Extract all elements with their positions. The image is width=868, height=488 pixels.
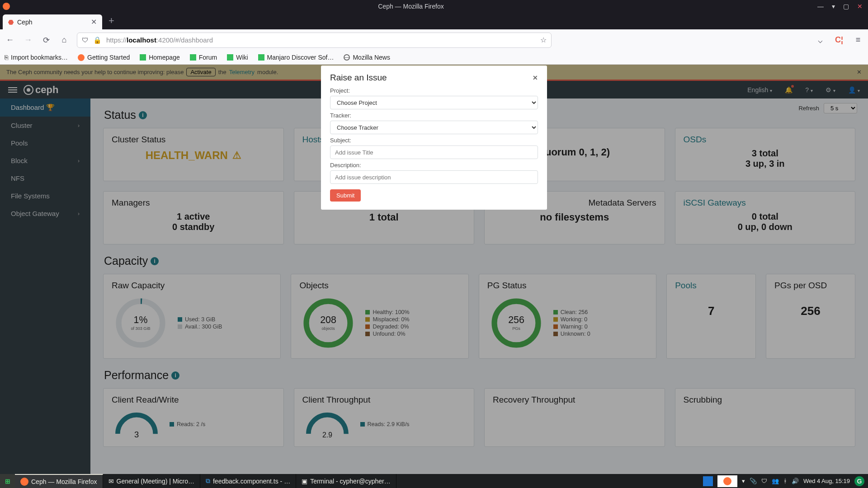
- bookmark-getting-started[interactable]: Getting Started: [78, 54, 130, 61]
- bookmark-wiki[interactable]: Wiki: [227, 54, 248, 61]
- url-bar[interactable]: 🛡 🔒 https://localhost:4200/#/dashboard ☆: [77, 33, 552, 48]
- bluetooth-icon[interactable]: ᚼ: [783, 478, 787, 484]
- ceph-favicon-icon: ⬣: [8, 19, 14, 26]
- window-titlebar: Ceph — Mozilla Firefox — ▾ ▢ ✕: [0, 0, 868, 12]
- app-menu-button[interactable]: ≡: [853, 35, 863, 46]
- launcher-button[interactable]: ⊞: [0, 474, 15, 488]
- volume-icon[interactable]: 🔊: [792, 478, 799, 484]
- firefox-icon: [78, 54, 85, 61]
- firefox-icon: [20, 478, 28, 486]
- subject-input[interactable]: [330, 145, 538, 159]
- import-icon: ⎘: [5, 54, 8, 61]
- firefox-window: Ceph — Mozilla Firefox — ▾ ▢ ✕ ⬣ Ceph ✕ …: [0, 0, 868, 474]
- page: The Ceph community needs your help to co…: [0, 65, 868, 474]
- manjaro-icon: [140, 54, 146, 61]
- project-select[interactable]: Choose Project: [330, 96, 538, 109]
- url-text: https://localhost:4200/#/dashboard: [106, 36, 213, 44]
- tab-strip: ⬣ Ceph ✕ +: [0, 12, 868, 29]
- window-dock-icon[interactable]: ▾: [832, 3, 835, 10]
- description-label: Description:: [330, 162, 538, 169]
- bookmark-mozilla[interactable]: Mozilla News: [344, 54, 390, 61]
- forward-button[interactable]: →: [23, 35, 33, 46]
- window-minimize-icon[interactable]: —: [817, 3, 824, 10]
- teams-tray-icon[interactable]: 👥: [772, 478, 779, 484]
- shield-tray-icon[interactable]: 🛡: [761, 478, 767, 484]
- reload-button[interactable]: ⟳: [41, 35, 52, 46]
- terminal-icon: ▣: [302, 478, 307, 485]
- bookmark-homepage[interactable]: Homepage: [140, 54, 180, 61]
- bookmark-discover[interactable]: Manjaro Discover Sof…: [258, 54, 334, 61]
- manjaro-icon: [190, 54, 196, 61]
- firefox-icon: [3, 3, 10, 10]
- manjaro-icon: [227, 54, 233, 61]
- subject-label: Subject:: [330, 137, 538, 144]
- lock-warning-icon: 🔒: [93, 36, 102, 44]
- browser-toolbar: ← → ⟳ ⌂ 🛡 🔒 https://localhost:4200/#/das…: [0, 29, 868, 51]
- extension-icon[interactable]: C¦: [834, 35, 844, 46]
- bookmark-forum[interactable]: Forum: [190, 54, 217, 61]
- tracker-select[interactable]: Choose Tracker: [330, 121, 538, 134]
- browser-tab[interactable]: ⬣ Ceph ✕: [3, 14, 102, 29]
- taskbar-item-teams[interactable]: ✉General (Meeting) | Micro…: [103, 474, 200, 488]
- raise-issue-modal: Raise an Issue ✕ Project: Choose Project…: [321, 66, 547, 210]
- bookmark-star-icon[interactable]: ☆: [540, 36, 547, 44]
- tab-label: Ceph: [17, 19, 32, 26]
- globe-icon: [344, 54, 350, 61]
- shield-icon: 🛡: [82, 36, 89, 44]
- taskbar-item-vscode[interactable]: ⧉feedback.component.ts - …: [200, 474, 296, 488]
- clock[interactable]: Wed 4 Aug, 15:19: [803, 478, 850, 484]
- modal-title: Raise an Issue: [330, 73, 387, 83]
- manjaro-icon: [258, 54, 264, 61]
- new-tab-button[interactable]: +: [102, 15, 121, 29]
- bookmarks-bar: ⎘Import bookmarks… Getting Started Homep…: [0, 51, 868, 65]
- home-button[interactable]: ⌂: [59, 35, 70, 46]
- taskbar-item-terminal[interactable]: ▣Terminal - cypher@cypher…: [296, 474, 396, 488]
- description-input[interactable]: [330, 170, 538, 184]
- window-buttons: — ▾ ▢ ✕: [812, 3, 868, 10]
- desktop-taskbar: ⊞ Ceph — Mozilla Firefox ✉General (Meeti…: [0, 474, 868, 488]
- submit-button[interactable]: Submit: [330, 189, 361, 202]
- tray-firefox-preview[interactable]: [717, 475, 737, 487]
- mail-icon: ✉: [108, 478, 114, 485]
- back-button[interactable]: ←: [5, 35, 15, 46]
- vscode-icon: ⧉: [206, 477, 210, 485]
- wifi-icon[interactable]: ▾: [742, 478, 745, 484]
- clip-icon[interactable]: 📎: [750, 478, 757, 484]
- grammarly-tray-icon[interactable]: G: [854, 476, 864, 486]
- tracker-label: Tracker:: [330, 112, 538, 119]
- modal-overlay[interactable]: Raise an Issue ✕ Project: Choose Project…: [0, 65, 868, 474]
- project-label: Project:: [330, 87, 538, 94]
- window-close-icon[interactable]: ✕: [857, 3, 863, 10]
- bookmark-import[interactable]: ⎘Import bookmarks…: [5, 54, 68, 61]
- tray-app-icon[interactable]: [703, 476, 713, 486]
- tab-close-icon[interactable]: ✕: [91, 18, 97, 26]
- taskbar-item-firefox[interactable]: Ceph — Mozilla Firefox: [15, 474, 103, 488]
- window-title: Ceph — Mozilla Firefox: [10, 3, 812, 10]
- pocket-icon[interactable]: ⌵: [815, 35, 826, 46]
- modal-close-icon[interactable]: ✕: [533, 74, 538, 81]
- system-tray: ▾ 📎 🛡 👥 ᚼ 🔊 Wed 4 Aug, 15:19 G: [699, 475, 868, 487]
- window-maximize-icon[interactable]: ▢: [843, 3, 849, 10]
